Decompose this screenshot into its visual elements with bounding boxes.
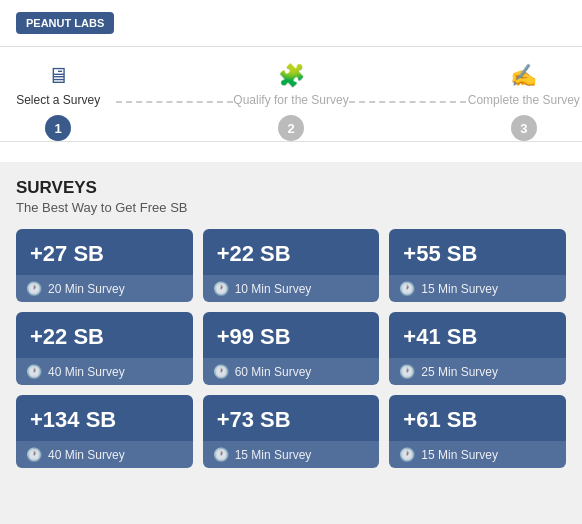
survey-amount: +61 SB — [389, 395, 566, 441]
main-content: SURVEYS The Best Way to Get Free SB +27 … — [0, 162, 582, 484]
survey-time: 40 Min Survey — [48, 365, 125, 379]
clock-icon: 🕐 — [26, 281, 42, 296]
step-2-icon: 🧩 — [278, 63, 305, 89]
step-1-number: 1 — [45, 115, 71, 141]
survey-footer: 🕐 40 Min Survey — [16, 441, 193, 468]
survey-grid: +27 SB 🕐 20 Min Survey +22 SB 🕐 10 Min S… — [16, 229, 566, 468]
survey-footer: 🕐 15 Min Survey — [389, 441, 566, 468]
survey-card[interactable]: +27 SB 🕐 20 Min Survey — [16, 229, 193, 302]
clock-icon: 🕐 — [213, 447, 229, 462]
step-1-label: Select a Survey — [16, 93, 100, 107]
header: PEANUT LABS — [0, 0, 582, 47]
survey-time: 10 Min Survey — [235, 282, 312, 296]
survey-time: 60 Min Survey — [235, 365, 312, 379]
survey-amount: +22 SB — [16, 312, 193, 358]
survey-card[interactable]: +73 SB 🕐 15 Min Survey — [203, 395, 380, 468]
survey-amount: +41 SB — [389, 312, 566, 358]
clock-icon: 🕐 — [26, 447, 42, 462]
survey-time: 25 Min Survey — [421, 365, 498, 379]
step-3-icon: ✍ — [510, 63, 537, 89]
step-3-label: Complete the Survey — [468, 93, 580, 107]
survey-footer: 🕐 25 Min Survey — [389, 358, 566, 385]
section-subtitle: The Best Way to Get Free SB — [16, 200, 566, 215]
step-2-label: Qualify for the Survey — [233, 93, 348, 107]
clock-icon: 🕐 — [399, 447, 415, 462]
step-3-number: 3 — [511, 115, 537, 141]
survey-time: 20 Min Survey — [48, 282, 125, 296]
survey-footer: 🕐 15 Min Survey — [389, 275, 566, 302]
clock-icon: 🕐 — [213, 364, 229, 379]
section-title: SURVEYS — [16, 178, 566, 198]
survey-card[interactable]: +22 SB 🕐 10 Min Survey — [203, 229, 380, 302]
survey-time: 15 Min Survey — [235, 448, 312, 462]
arrow-pointer — [120, 142, 152, 158]
survey-card[interactable]: +55 SB 🕐 15 Min Survey — [389, 229, 566, 302]
survey-card[interactable]: +99 SB 🕐 60 Min Survey — [203, 312, 380, 385]
survey-card[interactable]: +134 SB 🕐 40 Min Survey — [16, 395, 193, 468]
survey-footer: 🕐 10 Min Survey — [203, 275, 380, 302]
step-complete[interactable]: ✍ Complete the Survey 3 — [466, 63, 582, 141]
survey-amount: +27 SB — [16, 229, 193, 275]
survey-time: 40 Min Survey — [48, 448, 125, 462]
survey-footer: 🕐 60 Min Survey — [203, 358, 380, 385]
survey-footer: 🕐 20 Min Survey — [16, 275, 193, 302]
survey-amount: +55 SB — [389, 229, 566, 275]
survey-amount: +73 SB — [203, 395, 380, 441]
survey-card[interactable]: +61 SB 🕐 15 Min Survey — [389, 395, 566, 468]
clock-icon: 🕐 — [213, 281, 229, 296]
brand-logo: PEANUT LABS — [16, 12, 114, 34]
survey-footer: 🕐 40 Min Survey — [16, 358, 193, 385]
clock-icon: 🕐 — [26, 364, 42, 379]
step-2-number: 2 — [278, 115, 304, 141]
step-1-icon: 🖥 — [47, 63, 69, 89]
steps-arrow — [0, 142, 582, 162]
survey-amount: +22 SB — [203, 229, 380, 275]
survey-card[interactable]: +41 SB 🕐 25 Min Survey — [389, 312, 566, 385]
survey-amount: +99 SB — [203, 312, 380, 358]
clock-icon: 🕐 — [399, 364, 415, 379]
survey-footer: 🕐 15 Min Survey — [203, 441, 380, 468]
survey-amount: +134 SB — [16, 395, 193, 441]
step-select-survey[interactable]: 🖥 Select a Survey 1 — [0, 63, 116, 141]
survey-time: 15 Min Survey — [421, 448, 498, 462]
survey-time: 15 Min Survey — [421, 282, 498, 296]
clock-icon: 🕐 — [399, 281, 415, 296]
step-qualify[interactable]: 🧩 Qualify for the Survey 2 — [233, 63, 349, 141]
steps-bar: 🖥 Select a Survey 1 🧩 Qualify for the Su… — [0, 47, 582, 142]
survey-card[interactable]: +22 SB 🕐 40 Min Survey — [16, 312, 193, 385]
step-connector-1 — [116, 101, 232, 103]
step-connector-2 — [349, 101, 465, 103]
